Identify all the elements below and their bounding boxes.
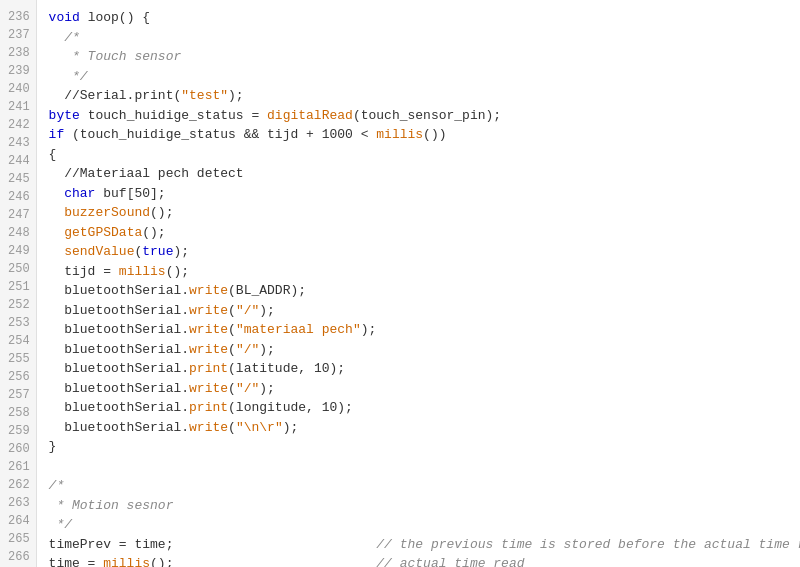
token-plain: (longitude, 10); bbox=[228, 400, 353, 415]
code-line: timePrev = time; // the previous time is… bbox=[49, 535, 800, 555]
token-plain: timePrev = time; bbox=[49, 537, 174, 552]
line-number: 240 bbox=[8, 80, 30, 98]
line-number: 264 bbox=[8, 512, 30, 530]
token-orange: print bbox=[189, 400, 228, 415]
token-cmt: */ bbox=[49, 69, 88, 84]
line-number: 260 bbox=[8, 440, 30, 458]
token-plain bbox=[49, 205, 65, 220]
token-orange: millis bbox=[103, 556, 150, 567]
code-line: bluetoothSerial.write("/"); bbox=[49, 340, 800, 360]
line-number: 236 bbox=[8, 8, 30, 26]
token-orange: "/" bbox=[236, 342, 259, 357]
line-number: 243 bbox=[8, 134, 30, 152]
token-plain: (touch_sensor_pin); bbox=[353, 108, 501, 123]
token-plain: bluetoothSerial. bbox=[49, 303, 189, 318]
token-cmt: */ bbox=[49, 517, 72, 532]
code-line: //Serial.print("test"); bbox=[49, 86, 800, 106]
token-plain: (); bbox=[150, 205, 173, 220]
token-plain: bluetoothSerial. bbox=[49, 381, 189, 396]
code-line bbox=[49, 457, 800, 477]
code-line: { bbox=[49, 145, 800, 165]
token-kw: if bbox=[49, 127, 65, 142]
code-line: bluetoothSerial.write("/"); bbox=[49, 301, 800, 321]
token-orange: "/" bbox=[236, 303, 259, 318]
code-content[interactable]: void loop() { /* * Touch sensor */ //Ser… bbox=[37, 0, 800, 567]
token-plain bbox=[49, 225, 65, 240]
code-line: */ bbox=[49, 515, 800, 535]
token-plain: bluetoothSerial. bbox=[49, 322, 189, 337]
code-line: byte touch_huidige_status = digitalRead(… bbox=[49, 106, 800, 126]
line-number: 262 bbox=[8, 476, 30, 494]
token-plain: ); bbox=[259, 381, 275, 396]
token-orange: "\n\r" bbox=[236, 420, 283, 435]
code-line: char buf[50]; bbox=[49, 184, 800, 204]
token-plain: loop() { bbox=[80, 10, 150, 25]
code-line: time = millis(); // actual time read bbox=[49, 554, 800, 567]
line-number: 238 bbox=[8, 44, 30, 62]
token-kw: char bbox=[64, 186, 95, 201]
line-number: 247 bbox=[8, 206, 30, 224]
token-plain: { bbox=[49, 147, 57, 162]
token-orange: digitalRead bbox=[267, 108, 353, 123]
token-cmt: * Motion sesnor bbox=[49, 498, 174, 513]
token-plain: bluetoothSerial. bbox=[49, 283, 189, 298]
line-number: 245 bbox=[8, 170, 30, 188]
token-plain: bluetoothSerial. bbox=[49, 400, 189, 415]
token-plain: tijd = bbox=[49, 264, 119, 279]
code-line: } bbox=[49, 437, 800, 457]
line-number: 242 bbox=[8, 116, 30, 134]
token-plain: ); bbox=[228, 88, 244, 103]
code-line: bluetoothSerial.write("/"); bbox=[49, 379, 800, 399]
line-number: 251 bbox=[8, 278, 30, 296]
token-orange: millis bbox=[376, 127, 423, 142]
token-plain: //Serial.print( bbox=[49, 88, 182, 103]
token-plain: ( bbox=[228, 381, 236, 396]
token-orange: write bbox=[189, 420, 228, 435]
line-numbers: 2362372382392402412422432442452462472482… bbox=[0, 0, 37, 567]
token-orange: millis bbox=[119, 264, 166, 279]
line-number: 248 bbox=[8, 224, 30, 242]
code-line: //Materiaal pech detect bbox=[49, 164, 800, 184]
token-orange: write bbox=[189, 342, 228, 357]
code-line: void loop() { bbox=[49, 8, 800, 28]
token-plain: bluetoothSerial. bbox=[49, 420, 189, 435]
token-plain: ( bbox=[228, 303, 236, 318]
token-orange: buzzerSound bbox=[64, 205, 150, 220]
code-line: bluetoothSerial.write(BL_ADDR); bbox=[49, 281, 800, 301]
code-line: buzzerSound(); bbox=[49, 203, 800, 223]
code-line: /* bbox=[49, 28, 800, 48]
token-plain: ); bbox=[361, 322, 377, 337]
token-plain: ()) bbox=[423, 127, 446, 142]
line-number: 239 bbox=[8, 62, 30, 80]
line-number: 261 bbox=[8, 458, 30, 476]
token-orange: print bbox=[189, 361, 228, 376]
token-orange: "materiaal pech" bbox=[236, 322, 361, 337]
code-line: bluetoothSerial.write("\n\r"); bbox=[49, 418, 800, 438]
token-plain bbox=[49, 186, 65, 201]
line-number: 246 bbox=[8, 188, 30, 206]
line-number: 257 bbox=[8, 386, 30, 404]
token-plain: touch_huidige_status = bbox=[80, 108, 267, 123]
code-line: if (touch_huidige_status && tijd + 1000 … bbox=[49, 125, 800, 145]
token-orange: write bbox=[189, 322, 228, 337]
token-plain: (); bbox=[142, 225, 165, 240]
token-plain: (); bbox=[166, 264, 189, 279]
line-number: 250 bbox=[8, 260, 30, 278]
token-plain: (); bbox=[150, 556, 173, 567]
token-cmt: // actual time read bbox=[173, 556, 524, 567]
line-number: 252 bbox=[8, 296, 30, 314]
code-line: tijd = millis(); bbox=[49, 262, 800, 282]
token-orange: write bbox=[189, 283, 228, 298]
code-line: /* bbox=[49, 476, 800, 496]
token-plain: time = bbox=[49, 556, 104, 567]
code-line: bluetoothSerial.print(latitude, 10); bbox=[49, 359, 800, 379]
line-number: 249 bbox=[8, 242, 30, 260]
code-line: getGPSData(); bbox=[49, 223, 800, 243]
code-editor: 2362372382392402412422432442452462472482… bbox=[0, 0, 800, 567]
token-orange: "test" bbox=[181, 88, 228, 103]
token-plain: (touch_huidige_status && tijd + 1000 < bbox=[64, 127, 376, 142]
token-orange: sendValue bbox=[64, 244, 134, 259]
token-orange: "/" bbox=[236, 381, 259, 396]
token-plain: (latitude, 10); bbox=[228, 361, 345, 376]
token-kw: byte bbox=[49, 108, 80, 123]
